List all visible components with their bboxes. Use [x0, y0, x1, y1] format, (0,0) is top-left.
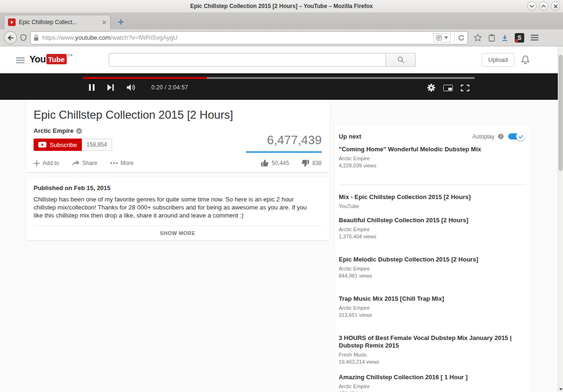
related-video-channel: Arctic Empire: [339, 305, 526, 311]
seek-bar-played: [83, 77, 207, 79]
url-bar[interactable]: https://www.youtube.com/watch?v=fWRISvgA…: [30, 31, 468, 44]
window-titlebar: Epic Chillstep Collection 2015 [2 Hours]…: [0, 0, 563, 13]
logo-you-text: You: [29, 54, 46, 64]
up-next-video-title: "Coming Home" Wonderful Melodic Dubstep …: [339, 146, 526, 153]
close-icon: [554, 4, 558, 9]
search-button[interactable]: [386, 53, 416, 67]
shield-icon: [20, 34, 26, 41]
related-video-item[interactable]: Amazing Chillstep Collection 2016 [ 1 Ho…: [339, 374, 526, 392]
lock-icon[interactable]: [34, 35, 39, 41]
search-input[interactable]: [109, 53, 386, 67]
related-videos-list: Mix - Epic Chillstep Collection 2015 [2 …: [339, 193, 526, 392]
clipboard-button[interactable]: [489, 34, 495, 42]
tab-title: Epic Chillstep Collect...: [19, 19, 99, 26]
youtube-favicon-icon: [8, 18, 16, 26]
new-tab-button[interactable]: [115, 17, 126, 27]
autoplay-label: Autoplay: [472, 133, 494, 140]
subscribe-button[interactable]: Subscribe: [34, 139, 82, 151]
video-title: Epic Chillstep Collection 2015 [2 Hours]: [34, 108, 322, 122]
autoplay-toggle[interactable]: [508, 133, 524, 139]
scroll-down-arrow-icon: [559, 388, 563, 391]
miniplayer-button[interactable]: [443, 85, 453, 91]
tracking-protection-button[interactable]: [20, 34, 26, 41]
scrollbar-down-button[interactable]: [558, 388, 563, 391]
reload-button[interactable]: [458, 35, 465, 41]
up-next-video-channel: Arctic Empire: [339, 156, 526, 161]
pause-button[interactable]: [89, 84, 95, 91]
related-video-channel: Fresh Music: [339, 352, 526, 357]
autoplay-info-button[interactable]: [498, 133, 504, 139]
fullscreen-button[interactable]: [461, 85, 469, 91]
close-tab-icon[interactable]: [102, 20, 106, 25]
notifications-button[interactable]: [521, 55, 530, 65]
reader-mode-button[interactable]: [433, 33, 451, 43]
video-info-card: Epic Chillstep Collection 2015 [2 Hours]…: [26, 101, 329, 172]
share-button[interactable]: Share: [72, 160, 97, 166]
related-video-views: 19,463,214 views: [339, 359, 526, 365]
settings-gear-button[interactable]: [427, 84, 435, 92]
related-video-channel: Arctic Empire: [339, 226, 526, 232]
maximize-button[interactable]: [539, 1, 548, 11]
url-path: /watch?v=fWRISvgAygU: [111, 34, 178, 41]
bell-icon: [521, 55, 530, 65]
minimize-button[interactable]: [527, 1, 537, 11]
youtube-logo[interactable]: You Tube CA: [29, 54, 73, 64]
related-video-views: 313,651 views: [339, 312, 526, 318]
next-button[interactable]: [107, 84, 114, 91]
autoplay-toggle-knob: [516, 132, 525, 141]
related-video-item[interactable]: Mix - Epic Chillstep Collection 2015 [2 …: [339, 193, 526, 209]
subscriber-count: 158,854: [82, 139, 112, 151]
channel-name[interactable]: Arctic Empire: [34, 127, 74, 134]
hamburger-icon: [16, 57, 25, 63]
related-video-title: Trap Music Mix 2015 [Chill Trap Mix]: [339, 295, 526, 303]
related-video-views: 844,981 views: [339, 273, 526, 279]
page-scrollbar[interactable]: [558, 46, 563, 392]
extension-badge-button[interactable]: S: [515, 33, 524, 43]
bookmark-star-button[interactable]: [474, 34, 482, 42]
view-count-block: 6,477,439: [246, 133, 322, 153]
related-video-item[interactable]: Epic Melodic Dubstep Collection 2015 [2 …: [339, 256, 526, 287]
add-to-label: Add to: [43, 160, 59, 166]
caret-down-icon[interactable]: [444, 36, 448, 39]
plus-icon: [118, 19, 124, 25]
guide-menu-button[interactable]: [16, 57, 25, 63]
subscribe-logo-icon: [38, 142, 46, 148]
more-button[interactable]: More: [110, 160, 133, 166]
related-video-channel: Arctic Empire: [339, 266, 526, 271]
downloads-button[interactable]: [501, 35, 508, 41]
dislike-button[interactable]: 838: [301, 159, 322, 167]
like-button[interactable]: 50,445: [261, 159, 289, 167]
up-next-video[interactable]: "Coming Home" Wonderful Melodic Dubstep …: [339, 146, 526, 168]
add-to-button[interactable]: Add to: [34, 160, 59, 166]
more-label: More: [121, 160, 133, 166]
video-player[interactable]: 0:20 / 2:04:57: [0, 73, 563, 100]
youtube-header: You Tube CA Upload: [0, 46, 563, 73]
scrollbar-thumb[interactable]: [559, 55, 563, 171]
volume-button[interactable]: [127, 84, 136, 91]
seek-bar[interactable]: [83, 77, 475, 79]
related-video-title: Mix - Epic Chillstep Collection 2015 [2 …: [339, 193, 526, 201]
published-date: Published on Feb 15, 2015: [34, 184, 322, 192]
url-text: https://www.youtube.com/watch?v=fWRISvgA…: [42, 34, 433, 41]
show-more-button[interactable]: SHOW MORE: [34, 230, 322, 236]
related-video-item[interactable]: 3 HOURS of Best Female Vocal Dubstep Mix…: [339, 334, 526, 366]
description-card: Published on Feb 15, 2015 Chillstep has …: [26, 177, 329, 240]
close-window-button[interactable]: [551, 1, 560, 11]
thumb-down-icon: [301, 159, 309, 167]
share-label: Share: [82, 160, 97, 166]
tab-strip: Epic Chillstep Collect...: [0, 13, 563, 29]
chevron-up-icon: [541, 5, 546, 8]
related-video-item[interactable]: Beautiful Chillstep Collection 2015 [2 H…: [339, 217, 526, 248]
extension-badge-letter: S: [518, 35, 521, 41]
up-next-header: Up next Autoplay: [339, 132, 526, 141]
plus-icon: [34, 160, 40, 166]
search-form: [109, 53, 416, 67]
back-button[interactable]: [4, 31, 17, 44]
related-video-title: 3 HOURS of Best Female Vocal Dubstep Mix…: [339, 334, 526, 349]
browser-tab[interactable]: Epic Chillstep Collect...: [4, 15, 111, 29]
like-count: 50,445: [272, 160, 289, 166]
menu-button[interactable]: [531, 35, 538, 41]
chevron-down-icon: [529, 5, 534, 8]
related-video-item[interactable]: Trap Music Mix 2015 [Chill Trap Mix] Arc…: [339, 295, 526, 327]
upload-button[interactable]: Upload: [482, 53, 514, 67]
